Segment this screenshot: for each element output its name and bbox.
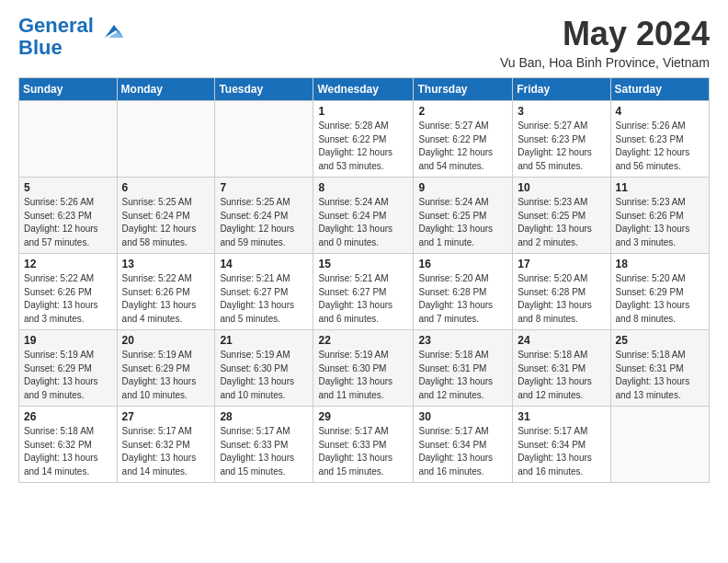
month-title: May 2024 [500,15,710,53]
calendar-day-cell: 4Sunrise: 5:26 AM Sunset: 6:23 PM Daylig… [610,101,709,178]
day-number: 5 [24,181,112,194]
calendar-day-cell: 14Sunrise: 5:21 AM Sunset: 6:27 PM Dayli… [215,254,313,330]
calendar-day-cell: 24Sunrise: 5:18 AM Sunset: 6:31 PM Dayli… [513,330,610,407]
day-number: 28 [220,410,308,423]
day-number: 16 [418,258,507,270]
calendar-day-cell: 30Sunrise: 5:17 AM Sunset: 6:34 PM Dayli… [414,407,513,483]
calendar-header-cell: Sunday [19,78,118,101]
day-info: Sunrise: 5:20 AM Sunset: 6:28 PM Dayligh… [518,272,605,326]
calendar-table: SundayMondayTuesdayWednesdayThursdayFrid… [18,77,710,483]
day-info: Sunrise: 5:21 AM Sunset: 6:27 PM Dayligh… [220,272,308,326]
calendar-header: SundayMondayTuesdayWednesdayThursdayFrid… [19,78,710,101]
calendar-header-cell: Saturday [610,78,709,101]
day-info: Sunrise: 5:28 AM Sunset: 6:22 PM Dayligh… [318,120,408,173]
calendar-day-cell: 20Sunrise: 5:19 AM Sunset: 6:29 PM Dayli… [117,330,215,407]
calendar-day-cell: 18Sunrise: 5:20 AM Sunset: 6:29 PM Dayli… [610,254,709,330]
location-subtitle: Vu Ban, Hoa Binh Province, Vietnam [500,55,710,70]
calendar-day-cell [19,101,118,178]
day-info: Sunrise: 5:20 AM Sunset: 6:28 PM Dayligh… [418,272,507,326]
logo: GeneralBlue [18,15,125,59]
calendar-day-cell: 6Sunrise: 5:25 AM Sunset: 6:24 PM Daylig… [117,178,215,254]
calendar-day-cell: 21Sunrise: 5:19 AM Sunset: 6:30 PM Dayli… [215,330,313,407]
calendar-day-cell: 2Sunrise: 5:27 AM Sunset: 6:22 PM Daylig… [414,101,513,178]
calendar-day-cell: 1Sunrise: 5:28 AM Sunset: 6:22 PM Daylig… [313,101,414,178]
day-number: 11 [616,181,704,194]
day-number: 10 [518,181,605,194]
calendar-day-cell: 9Sunrise: 5:24 AM Sunset: 6:25 PM Daylig… [414,178,513,254]
calendar-day-cell [610,407,709,483]
logo-icon [96,17,125,47]
calendar-day-cell: 16Sunrise: 5:20 AM Sunset: 6:28 PM Dayli… [414,254,513,330]
day-info: Sunrise: 5:19 AM Sunset: 6:29 PM Dayligh… [24,349,112,402]
calendar-day-cell: 22Sunrise: 5:19 AM Sunset: 6:30 PM Dayli… [313,330,414,407]
day-number: 3 [518,105,605,118]
calendar-week-row: 5Sunrise: 5:26 AM Sunset: 6:23 PM Daylig… [19,178,710,254]
day-info: Sunrise: 5:24 AM Sunset: 6:24 PM Dayligh… [318,196,408,249]
day-number: 29 [318,410,408,423]
day-info: Sunrise: 5:18 AM Sunset: 6:31 PM Dayligh… [616,349,704,402]
calendar-day-cell: 8Sunrise: 5:24 AM Sunset: 6:24 PM Daylig… [313,178,414,254]
day-number: 26 [24,410,112,423]
day-number: 13 [122,258,210,270]
day-number: 14 [220,258,308,270]
day-info: Sunrise: 5:20 AM Sunset: 6:29 PM Dayligh… [616,272,704,326]
calendar-day-cell: 12Sunrise: 5:22 AM Sunset: 6:26 PM Dayli… [19,254,118,330]
day-info: Sunrise: 5:17 AM Sunset: 6:34 PM Dayligh… [518,425,605,478]
day-info: Sunrise: 5:25 AM Sunset: 6:24 PM Dayligh… [122,196,210,249]
calendar-day-cell: 27Sunrise: 5:17 AM Sunset: 6:32 PM Dayli… [117,407,215,483]
calendar-day-cell: 10Sunrise: 5:23 AM Sunset: 6:25 PM Dayli… [513,178,610,254]
calendar-day-cell [215,101,313,178]
logo-text: GeneralBlue [18,15,94,59]
day-number: 21 [220,334,308,347]
day-number: 8 [318,181,408,194]
day-number: 9 [418,181,507,194]
day-info: Sunrise: 5:19 AM Sunset: 6:30 PM Dayligh… [318,349,408,402]
day-info: Sunrise: 5:18 AM Sunset: 6:31 PM Dayligh… [418,349,507,402]
page-header: GeneralBlue May 2024 Vu Ban, Hoa Binh Pr… [18,15,710,70]
calendar-day-cell: 25Sunrise: 5:18 AM Sunset: 6:31 PM Dayli… [610,330,709,407]
day-number: 20 [122,334,210,347]
day-number: 24 [518,334,605,347]
calendar-header-cell: Monday [117,78,215,101]
calendar-day-cell: 31Sunrise: 5:17 AM Sunset: 6:34 PM Dayli… [513,407,610,483]
calendar-header-cell: Thursday [414,78,513,101]
calendar-header-cell: Wednesday [313,78,414,101]
calendar-day-cell: 23Sunrise: 5:18 AM Sunset: 6:31 PM Dayli… [414,330,513,407]
day-info: Sunrise: 5:23 AM Sunset: 6:25 PM Dayligh… [518,196,605,249]
day-info: Sunrise: 5:22 AM Sunset: 6:26 PM Dayligh… [24,272,112,326]
day-number: 25 [616,334,704,347]
calendar-day-cell: 17Sunrise: 5:20 AM Sunset: 6:28 PM Dayli… [513,254,610,330]
day-number: 18 [616,258,704,270]
day-number: 22 [318,334,408,347]
title-block: May 2024 Vu Ban, Hoa Binh Province, Viet… [500,15,710,70]
day-number: 1 [318,105,408,118]
calendar-day-cell: 29Sunrise: 5:17 AM Sunset: 6:33 PM Dayli… [313,407,414,483]
day-info: Sunrise: 5:21 AM Sunset: 6:27 PM Dayligh… [318,272,408,326]
calendar-day-cell: 13Sunrise: 5:22 AM Sunset: 6:26 PM Dayli… [117,254,215,330]
day-number: 27 [122,410,210,423]
day-number: 23 [418,334,507,347]
calendar-day-cell: 28Sunrise: 5:17 AM Sunset: 6:33 PM Dayli… [215,407,313,483]
day-info: Sunrise: 5:25 AM Sunset: 6:24 PM Dayligh… [220,196,308,249]
calendar-day-cell [117,101,215,178]
calendar-day-cell: 11Sunrise: 5:23 AM Sunset: 6:26 PM Dayli… [610,178,709,254]
calendar-day-cell: 5Sunrise: 5:26 AM Sunset: 6:23 PM Daylig… [19,178,118,254]
calendar-day-cell: 19Sunrise: 5:19 AM Sunset: 6:29 PM Dayli… [19,330,118,407]
day-info: Sunrise: 5:24 AM Sunset: 6:25 PM Dayligh… [418,196,507,249]
day-number: 2 [418,105,507,118]
day-info: Sunrise: 5:27 AM Sunset: 6:23 PM Dayligh… [518,120,605,173]
day-number: 12 [24,258,112,270]
day-info: Sunrise: 5:26 AM Sunset: 6:23 PM Dayligh… [616,120,704,173]
day-info: Sunrise: 5:18 AM Sunset: 6:32 PM Dayligh… [24,425,112,478]
day-info: Sunrise: 5:19 AM Sunset: 6:30 PM Dayligh… [220,349,308,402]
day-number: 7 [220,181,308,194]
day-info: Sunrise: 5:17 AM Sunset: 6:33 PM Dayligh… [220,425,308,478]
day-info: Sunrise: 5:17 AM Sunset: 6:34 PM Dayligh… [418,425,507,478]
day-info: Sunrise: 5:26 AM Sunset: 6:23 PM Dayligh… [24,196,112,249]
day-info: Sunrise: 5:19 AM Sunset: 6:29 PM Dayligh… [122,349,210,402]
calendar-header-cell: Tuesday [215,78,313,101]
day-number: 6 [122,181,210,194]
day-info: Sunrise: 5:17 AM Sunset: 6:32 PM Dayligh… [122,425,210,478]
day-number: 31 [518,410,605,423]
day-info: Sunrise: 5:17 AM Sunset: 6:33 PM Dayligh… [318,425,408,478]
